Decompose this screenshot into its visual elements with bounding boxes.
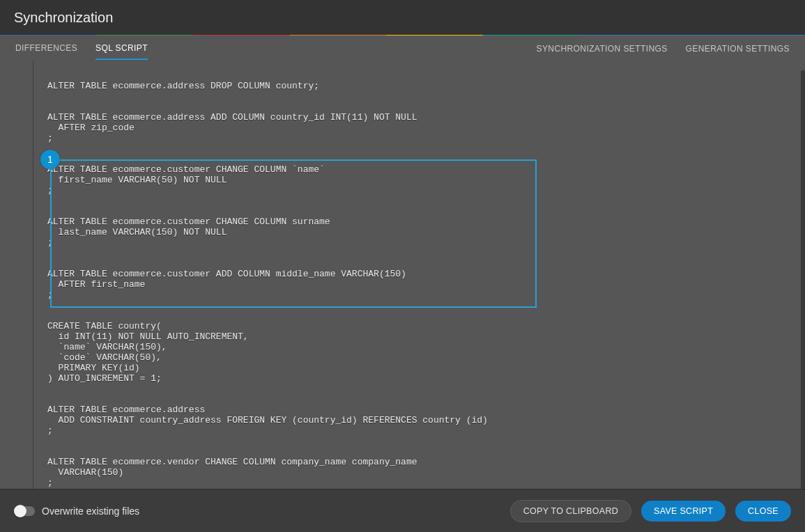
synchronization-dialog: Synchronization DIFFERENCES SQL SCRIPT S… bbox=[0, 0, 805, 532]
footer-left: Overwrite existing files bbox=[14, 506, 139, 517]
overwrite-label: Overwrite existing files bbox=[42, 506, 139, 517]
tab-bar: DIFFERENCES SQL SCRIPT SYNCHRONIZATION S… bbox=[0, 36, 805, 61]
annotation-badge-1: 1 bbox=[40, 150, 60, 169]
tab-differences[interactable]: DIFFERENCES bbox=[15, 36, 77, 60]
tab-generation-settings[interactable]: GENERATION SETTINGS bbox=[686, 37, 790, 59]
code-area[interactable]: ALTER TABLE ecommerce.address DROP COLUM… bbox=[33, 61, 805, 489]
tab-sql-script[interactable]: SQL SCRIPT bbox=[95, 36, 148, 60]
dialog-title: Synchronization bbox=[14, 10, 113, 26]
tabs-left: DIFFERENCES SQL SCRIPT bbox=[15, 36, 148, 60]
footer-bar: Overwrite existing files COPY TO CLIPBOA… bbox=[0, 489, 805, 532]
annotation-highlight bbox=[50, 159, 537, 308]
titlebar: Synchronization bbox=[0, 0, 805, 35]
overwrite-toggle[interactable] bbox=[14, 506, 35, 516]
save-script-button[interactable]: SAVE SCRIPT bbox=[641, 501, 726, 522]
code-gutter bbox=[0, 61, 33, 489]
close-button[interactable]: CLOSE bbox=[735, 501, 791, 522]
tabs-right: SYNCHRONIZATION SETTINGS GENERATION SETT… bbox=[537, 37, 790, 59]
tab-sync-settings[interactable]: SYNCHRONIZATION SETTINGS bbox=[537, 37, 668, 59]
content: ALTER TABLE ecommerce.address DROP COLUM… bbox=[0, 61, 805, 489]
footer-right: COPY TO CLIPBOARD SAVE SCRIPT CLOSE bbox=[510, 500, 791, 522]
copy-to-clipboard-button[interactable]: COPY TO CLIPBOARD bbox=[510, 500, 631, 522]
toggle-knob bbox=[14, 505, 26, 517]
scrollbar-thumb[interactable] bbox=[801, 70, 805, 489]
